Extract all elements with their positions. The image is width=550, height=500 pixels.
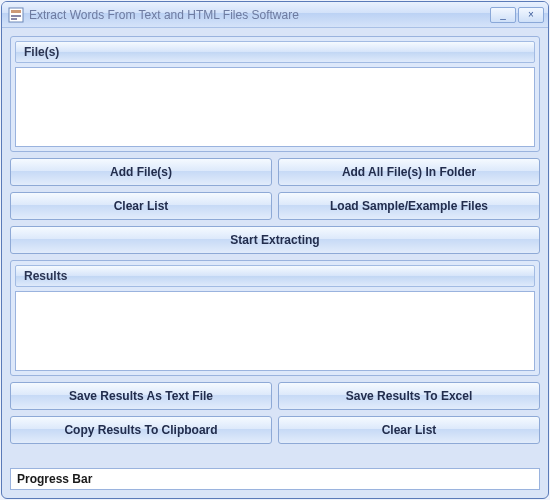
progress-label: Progress Bar [17,472,92,486]
save-excel-button[interactable]: Save Results To Excel [278,382,540,410]
titlebar[interactable]: Extract Words From Text and HTML Files S… [2,2,548,28]
close-button[interactable]: × [518,7,544,23]
files-header: File(s) [15,41,535,63]
minimize-icon: _ [500,10,506,20]
row-copy-clear: Copy Results To Clipboard Clear List [10,416,540,444]
files-listbox[interactable] [15,67,535,147]
add-files-button[interactable]: Add File(s) [10,158,272,186]
row-clear-sample: Clear List Load Sample/Example Files [10,192,540,220]
svg-rect-1 [11,10,21,13]
row-save: Save Results As Text File Save Results T… [10,382,540,410]
files-group: File(s) [10,36,540,152]
svg-rect-2 [11,15,21,17]
client-area: File(s) Add File(s) Add All File(s) In F… [2,28,548,498]
results-header: Results [15,265,535,287]
app-icon [8,7,24,23]
window-controls: _ × [490,7,544,23]
close-icon: × [528,10,534,20]
svg-rect-3 [11,18,17,20]
copy-clipboard-button[interactable]: Copy Results To Clipboard [10,416,272,444]
status-bar: Progress Bar [10,468,540,490]
add-all-folder-button[interactable]: Add All File(s) In Folder [278,158,540,186]
minimize-button[interactable]: _ [490,7,516,23]
start-extracting-button[interactable]: Start Extracting [10,226,540,254]
window-title: Extract Words From Text and HTML Files S… [29,8,490,22]
save-text-button[interactable]: Save Results As Text File [10,382,272,410]
row-add: Add File(s) Add All File(s) In Folder [10,158,540,186]
app-window: Extract Words From Text and HTML Files S… [1,1,549,499]
clear-list-top-button[interactable]: Clear List [10,192,272,220]
clear-list-bottom-button[interactable]: Clear List [278,416,540,444]
results-listbox[interactable] [15,291,535,371]
load-sample-button[interactable]: Load Sample/Example Files [278,192,540,220]
results-group: Results [10,260,540,376]
